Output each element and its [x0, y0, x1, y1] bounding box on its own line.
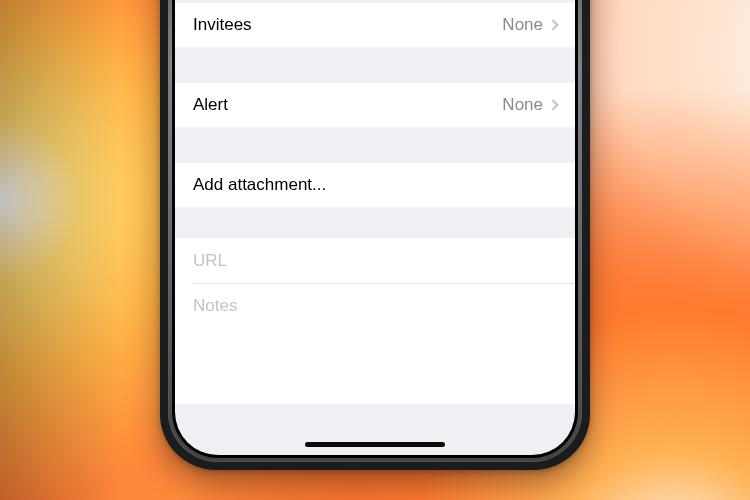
invitees-row[interactable]: Invitees None [175, 2, 575, 48]
notes-field[interactable]: Notes [193, 284, 575, 404]
alert-value: None [502, 95, 543, 115]
invitees-value: None [502, 15, 543, 35]
phone-rim: Invitees None Alert None Add a [168, 0, 582, 462]
phone-frame: Invitees None Alert None Add a [160, 0, 590, 470]
notes-placeholder: Notes [193, 296, 237, 316]
wallpaper-shade [0, 0, 120, 500]
alert-row[interactable]: Alert None [175, 82, 575, 128]
phone-screen: Invitees None Alert None Add a [175, 0, 575, 455]
chevron-right-icon [547, 19, 558, 30]
home-indicator[interactable] [305, 442, 445, 447]
url-notes-group: URL Notes [175, 238, 575, 404]
invitees-label: Invitees [193, 15, 252, 35]
add-attachment-row[interactable]: Add attachment... [175, 162, 575, 208]
add-attachment-label: Add attachment... [193, 175, 326, 195]
chevron-right-icon [547, 99, 558, 110]
url-field[interactable]: URL [193, 238, 575, 284]
url-placeholder: URL [193, 251, 227, 271]
phone-inner: Invitees None Alert None Add a [172, 0, 578, 458]
alert-label: Alert [193, 95, 228, 115]
event-edit-form: Invitees None Alert None Add a [175, 0, 575, 455]
